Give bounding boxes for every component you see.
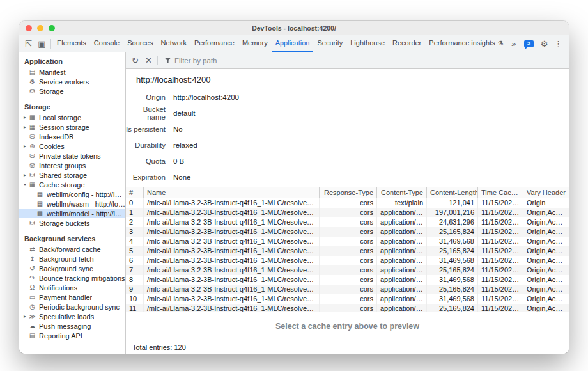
sidebar-item[interactable]: ▤ Reporting API [19,331,125,340]
document-icon: ▤ [28,69,36,75]
cell-time-cached: 11/15/2024, 10… [478,275,523,285]
column-header-vary-header[interactable]: Vary Header [523,187,569,198]
tri-right-icon[interactable]: ▸ [22,125,28,130]
panel-tab[interactable]: Performance [190,35,238,52]
cell-content-length: 25,165,824 [427,304,478,312]
sidebar-item[interactable]: ⛁ Storage buckets [19,218,125,228]
metadata-row: Bucket name default [126,105,569,121]
delete-entry-icon[interactable]: ✕ [142,56,155,65]
sidebar-item[interactable]: ▦ webllm/wasm - http://loca… [19,199,125,209]
tri-right-icon[interactable]: ▸ [22,144,28,149]
sidebar-item[interactable]: ☁ Push messaging [19,321,125,331]
sidebar-item-label: webllm/model - http://loc… [47,210,125,217]
panel-tab[interactable]: Application [272,35,314,52]
sidebar-item[interactable]: ▤ Manifest [19,67,125,77]
tri-right-icon[interactable]: ▸ [22,115,28,120]
sidebar-item[interactable]: ↥ Background fetch [19,254,125,264]
cache-entry-row[interactable]: 5 /mlc-ai/Llama-3.2-3B-Instruct-q4f16_1-… [126,246,569,256]
zoom-window-button[interactable] [49,25,55,31]
sidebar-item-label: Storage [39,88,64,95]
column-header-name[interactable]: Name [144,187,320,198]
panel-tab[interactable]: Network [157,35,190,52]
worker-icon: ⚙ [28,79,36,85]
column-header-content-length[interactable]: Content-Length [427,187,478,198]
sidebar-item[interactable]: ⛁ Interest groups [19,161,125,170]
column-header-index[interactable]: # [126,187,144,198]
more-panels-icon[interactable]: » [507,40,520,48]
cell-content-length: 25,165,824 [427,285,478,294]
settings-gear-icon[interactable]: ⚙ [538,40,551,48]
tri-right-icon[interactable]: ▸ [22,173,28,178]
kebab-menu-icon[interactable]: ⋮ [552,40,565,48]
sidebar-item[interactable]: ▸ ⊛ Cookies [19,141,125,151]
filter-by-path-input[interactable] [174,57,283,65]
sidebar-item-label: Speculative loads [39,313,94,320]
panel-tab[interactable]: Security [313,35,346,52]
cache-entry-row[interactable]: 11 /mlc-ai/Llama-3.2-3B-Instruct-q4f16_1… [126,304,569,312]
toolbar-divider [157,56,158,65]
filter-container [160,57,283,65]
column-header-time-cached[interactable]: Time Cached [478,187,523,198]
cell-content-type: application/oc… [377,294,427,304]
minimize-window-button[interactable] [37,25,43,31]
cell-index: 1 [126,208,144,217]
cell-index: 9 [126,285,144,294]
cache-entry-row[interactable]: 6 /mlc-ai/Llama-3.2-3B-Instruct-q4f16_1-… [126,256,569,265]
column-header-content-type[interactable]: Content-Type [377,187,427,198]
sidebar-item[interactable]: Ω Notifications [19,283,125,292]
sidebar-item[interactable]: ▦ webllm/model - http://loc… [19,209,125,218]
cache-entry-row[interactable]: 7 /mlc-ai/Llama-3.2-3B-Instruct-q4f16_1-… [126,265,569,275]
cache-entry-row[interactable]: 9 /mlc-ai/Llama-3.2-3B-Instruct-q4f16_1-… [126,285,569,294]
cell-response-type: cors [320,198,377,208]
panel-tab[interactable]: Memory [238,35,272,52]
sidebar-item[interactable]: ⛁ Private state tokens [19,151,125,161]
cache-entry-row[interactable]: 3 /mlc-ai/Llama-3.2-3B-Instruct-q4f16_1-… [126,227,569,237]
sidebar-item[interactable]: ↺ Background sync [19,264,125,273]
database-icon: ⛁ [28,88,36,95]
sidebar-item[interactable]: ⛁ IndexedDB [19,132,125,141]
cache-entry-row[interactable]: 8 /mlc-ai/Llama-3.2-3B-Instruct-q4f16_1-… [126,275,569,285]
refresh-icon[interactable]: ↻ [128,56,142,65]
sidebar-item[interactable]: ▸ ⛁ Shared storage [19,170,125,180]
tri-down-icon[interactable]: ▾ [22,182,28,187]
sidebar-item[interactable]: ▸ ▦ Local storage [19,113,125,122]
devtools-body: Application ▤ Manifest ⚙ Service wo [19,52,569,354]
sidebar-item[interactable]: ⛁ Storage [19,86,125,96]
sidebar-section-items: ▤ Manifest ⚙ Service workers ⛁ [19,67,125,96]
cache-entry-row[interactable]: 1 /mlc-ai/Llama-3.2-3B-Instruct-q4f16_1-… [126,208,569,217]
sidebar-item[interactable]: ▸ ≫ Speculative loads [19,312,125,321]
device-toolbar-icon[interactable]: ▣ [35,40,49,48]
metadata-label: Expiration [126,173,166,181]
cell-name: /mlc-ai/Llama-3.2-3B-Instruct-q4f16_1-ML… [144,246,320,256]
cell-content-length: 24,631,296 [427,217,478,227]
inspect-element-icon[interactable]: ⇱ [22,40,35,48]
panel-tab[interactable]: Lighthouse [346,35,389,52]
cell-content-type: text/plain [377,198,427,208]
sidebar-item[interactable]: ▭ Payment handler [19,292,125,302]
database-icon: ⛁ [28,162,36,169]
cache-entry-row[interactable]: 2 /mlc-ai/Llama-3.2-3B-Instruct-q4f16_1-… [126,217,569,227]
sidebar-item[interactable]: ⇄ Back/forward cache [19,244,125,254]
panel-tab[interactable]: Console [90,35,123,52]
sidebar-item-label: Reporting API [39,332,82,340]
panel-tab[interactable]: Performance insights ⚗ [425,35,507,52]
tri-right-icon[interactable]: ▸ [22,314,28,319]
console-messages-badge[interactable]: 3 [524,40,534,47]
panel-tab[interactable]: Recorder [389,35,425,52]
sidebar-item[interactable]: ↷ Bounce tracking mitigations [19,273,125,283]
sidebar-item[interactable]: ▸ ▦ Session storage [19,122,125,132]
cell-content-type: application/oc… [377,237,427,246]
panel-tab[interactable]: Elements [53,35,90,52]
sidebar-item[interactable]: ◷ Periodic background sync [19,302,125,312]
sidebar-item[interactable]: ⚙ Service workers [19,77,125,86]
cache-entry-row[interactable]: 0 /mlc-ai/Llama-3.2-3B-Instruct-q4f16_1-… [126,198,569,208]
column-header-response-type[interactable]: Response-Type [320,187,377,198]
sidebar-item[interactable]: ▦ webllm/config - http://loc… [19,189,125,199]
panel-tab[interactable]: Sources [123,35,157,52]
close-window-button[interactable] [26,25,32,31]
sidebar-item[interactable]: ▾ ▦ Cache storage [19,180,125,189]
cell-content-type: application/oc… [377,285,427,294]
metadata-value: None [173,173,191,181]
cache-entry-row[interactable]: 10 /mlc-ai/Llama-3.2-3B-Instruct-q4f16_1… [126,294,569,304]
cache-entry-row[interactable]: 4 /mlc-ai/Llama-3.2-3B-Instruct-q4f16_1-… [126,237,569,246]
